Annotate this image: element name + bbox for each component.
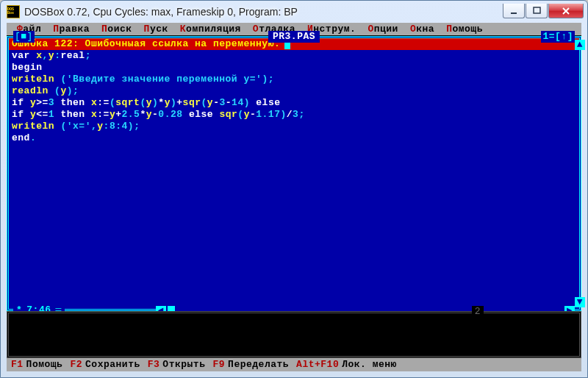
vertical-scrollbar[interactable]: ▲ ▼ xyxy=(578,43,581,304)
hint-key: Alt+F10 xyxy=(296,359,339,371)
menu-item[interactable]: Помощь xyxy=(440,24,489,35)
menu-item[interactable]: Пуск xyxy=(138,24,174,35)
maximize-button[interactable] xyxy=(526,4,548,18)
code-line[interactable]: begin xyxy=(12,62,576,74)
code-line[interactable]: end. xyxy=(12,132,576,144)
window-frame: DOS Box DOSBox 0.72, Cpu Cycles: max, Fr… xyxy=(0,0,588,378)
code-line[interactable]: readln (y); xyxy=(12,85,576,97)
menu-item[interactable]: Поиск xyxy=(96,24,138,35)
code-line[interactable]: writeln ('x=',y:8:4); xyxy=(12,121,576,132)
editor-right-gadgets[interactable]: 1=[↑] xyxy=(541,31,575,43)
menu-item[interactable]: Правка xyxy=(47,24,96,35)
hint-label: Открыть xyxy=(162,359,205,371)
hint-label: Помощь xyxy=(26,359,63,371)
hint-key: F9 xyxy=(212,359,225,371)
code-line[interactable]: writeln ('Введите значение переменной y=… xyxy=(12,74,576,85)
code-line[interactable]: if y<=1 then x:=y+2.5*y-0.28 else sqr(y-… xyxy=(12,109,576,121)
close-button[interactable] xyxy=(548,4,584,18)
svg-rect-0 xyxy=(511,13,517,14)
dos-client-area: ФайлПравкаПоискПускКомпиляцияОтладкаИнст… xyxy=(7,23,581,371)
hint-key: F3 xyxy=(148,359,160,371)
code-line[interactable]: var x,y:real; xyxy=(12,50,576,62)
hint-key: F1 xyxy=(11,359,24,371)
output-window-number: 2 xyxy=(472,306,484,318)
hint-key: F2 xyxy=(70,359,82,371)
menu-item[interactable]: Окна xyxy=(404,24,440,35)
code-line[interactable]: if y>=3 then x:=(sqrt(y)*y)+sqr(y-3-14) … xyxy=(12,97,576,109)
scroll-up-arrow[interactable]: ▲ xyxy=(575,40,585,50)
output-panel[interactable]: 2 xyxy=(7,311,581,358)
tp-desktop: [■] PR3.PAS 1=[↑] Ошибка 122: Ошибочныая… xyxy=(7,36,581,311)
hint-label: Сохранить xyxy=(85,359,140,371)
minimize-button[interactable] xyxy=(503,4,525,18)
hint-label: Переделать xyxy=(228,359,289,371)
window-title: DOSBox 0.72, Cpu Cycles: max, Frameskip … xyxy=(24,7,503,17)
dosbox-icon: DOS Box xyxy=(7,5,20,18)
editor-filename: PR3.PAS xyxy=(268,31,320,43)
hint-label: Лок. меню xyxy=(342,359,397,371)
code-area[interactable]: var x,y:real;beginwriteln ('Введите знач… xyxy=(9,50,579,144)
hint-bar: F1ПомощьF2СохранитьF3ОткрытьF9Переделать… xyxy=(7,358,581,371)
editor-window[interactable]: [■] PR3.PAS 1=[↑] Ошибка 122: Ошибочныая… xyxy=(7,36,581,311)
menu-item[interactable]: Компиляция xyxy=(174,24,247,35)
scroll-down-arrow[interactable]: ▼ xyxy=(575,297,585,307)
menu-item[interactable]: Опции xyxy=(362,24,404,35)
svg-rect-1 xyxy=(534,7,540,13)
titlebar[interactable]: DOS Box DOSBox 0.72, Cpu Cycles: max, Fr… xyxy=(1,1,587,23)
editor-close-gadget[interactable]: [■] xyxy=(13,31,35,43)
